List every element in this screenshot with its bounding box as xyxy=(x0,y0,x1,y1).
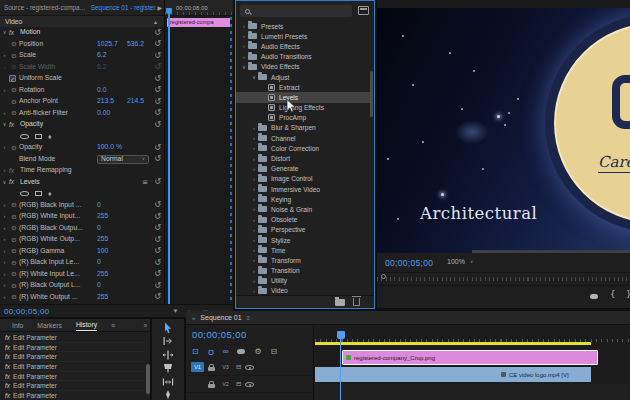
twirl-icon[interactable]: ∨ xyxy=(240,64,248,70)
effects-tree-item[interactable]: › Channel xyxy=(236,133,370,143)
linked-selection-icon[interactable]: ∞ xyxy=(223,348,229,356)
effect-controls-mini-timeline[interactable]: 00;00;08;00 registered-compa xyxy=(164,0,233,304)
timeline-track-header[interactable]: V2 ⊟ xyxy=(186,376,313,393)
effects-tree-item[interactable]: ProcAmp xyxy=(236,113,370,123)
effects-tree-item[interactable]: › Immersive Video xyxy=(236,184,370,194)
effects-tree-item[interactable]: Levels xyxy=(236,92,370,102)
history-item[interactable]: fx Edit Parameter xyxy=(0,362,145,372)
mini-timeline-ruler[interactable]: 00;00;08;00 xyxy=(165,0,233,16)
stopwatch-icon[interactable]: ⊙ xyxy=(9,53,19,60)
effects-tree-item[interactable]: › Keying xyxy=(236,194,370,204)
effect-parameter-row[interactable]: ⊙ Position 1025.7∨ 1025.7 536.2 ↺ xyxy=(0,39,164,51)
reset-effect-icon[interactable]: ↺ xyxy=(151,178,164,186)
effect-parameter-row[interactable]: › ⊙ Scale 6.2∨ 6.2 ↺ xyxy=(0,50,164,62)
ellipse-mask-icon[interactable] xyxy=(20,134,29,139)
parameter-value[interactable]: 213.5 xyxy=(97,98,127,105)
twirl-closed-icon[interactable]: › xyxy=(0,168,9,174)
delete-bin-icon[interactable] xyxy=(353,298,360,306)
twirl-icon[interactable]: › xyxy=(0,203,9,209)
effect-parameter-row[interactable]: › ⊙ (RGB) Black Input ... 0 ↺ xyxy=(0,200,164,212)
panel-tab[interactable]: Markers xyxy=(37,319,62,331)
stopwatch-icon[interactable]: ⊙ xyxy=(9,87,19,94)
effect-parameter-row[interactable]: › ⊙ (R) White Output ... 255 ↺ xyxy=(0,292,164,304)
reset-parameter-icon[interactable]: ↺ xyxy=(151,201,164,209)
effects-tree-item[interactable]: › Generate xyxy=(236,164,370,174)
panel-tab[interactable]: Info xyxy=(12,319,23,331)
twirl-icon[interactable]: › xyxy=(250,135,258,141)
time-remapping-header[interactable]: › fx Time Remapping xyxy=(0,165,164,177)
parameter-value[interactable]: 0 xyxy=(97,282,127,289)
effects-tree-item[interactable]: › Presets xyxy=(236,21,370,31)
effect-parameter-row[interactable]: ⊙ Anchor Point 213.5∨ 213.5 214.5 ↺ xyxy=(0,96,164,108)
twirl-icon[interactable]: › xyxy=(250,278,258,284)
twirl-icon[interactable]: › xyxy=(240,43,248,49)
effects-tree-item[interactable]: › Lumetri Presets xyxy=(236,31,370,41)
parameter-value[interactable]: 0 xyxy=(97,202,127,209)
stopwatch-icon[interactable]: ⊙ xyxy=(9,214,19,221)
twirl-icon[interactable]: › xyxy=(250,288,258,294)
history-scrollbar[interactable] xyxy=(146,364,150,394)
timeline-timecode[interactable]: 00;00;05;00 xyxy=(192,329,247,340)
blend-mode-dropdown[interactable]: Normal∨ xyxy=(97,155,149,164)
effect-parameter-row[interactable]: ⊙ ✓ Uniform Scale ∨ ↺ xyxy=(0,73,164,85)
reset-parameter-icon[interactable]: ↺ xyxy=(151,144,164,152)
checkbox-icon[interactable]: ✓ xyxy=(9,75,16,82)
effects-tree-item[interactable]: › Utility xyxy=(236,276,370,286)
twirl-icon[interactable]: › xyxy=(0,237,9,243)
reset-parameter-icon[interactable]: ↺ xyxy=(151,247,164,255)
rect-mask-icon[interactable] xyxy=(35,134,42,139)
twirl-icon[interactable]: › xyxy=(0,249,9,255)
twirl-open-icon[interactable]: ∨ xyxy=(0,122,9,128)
playhead-line[interactable] xyxy=(340,337,342,400)
effect-parameter-row[interactable]: › ⊙ (RGB) White Input... 255 ↺ xyxy=(0,211,164,223)
timeline-clip-video[interactable]: CE video logo.mp4 [V] xyxy=(315,367,591,382)
tab-source-clip[interactable]: Source - registered-compa... ∨ xyxy=(0,0,87,15)
twirl-icon[interactable]: › xyxy=(250,186,258,192)
search-input[interactable] xyxy=(255,8,352,15)
track-output-eye-icon[interactable] xyxy=(245,382,254,387)
reset-parameter-icon[interactable]: ↺ xyxy=(151,213,164,221)
effects-tree-item[interactable]: Lighting Effects xyxy=(236,103,370,113)
twirl-icon[interactable]: › xyxy=(250,237,258,243)
snap-magnet-icon[interactable]: Ω xyxy=(208,348,214,356)
parameter-value[interactable]: 100.0 % xyxy=(97,144,127,151)
reset-parameter-icon[interactable]: ↺ xyxy=(151,224,164,232)
sync-lock-icon[interactable]: ⊟ xyxy=(236,363,241,371)
history-item[interactable]: fx Edit Parameter xyxy=(0,333,145,343)
reset-parameter-icon[interactable]: ↺ xyxy=(151,63,164,71)
reset-parameter-icon[interactable]: ↺ xyxy=(151,109,164,117)
panel-tab[interactable]: History xyxy=(76,319,97,331)
reset-parameter-icon[interactable]: ↺ xyxy=(151,75,164,83)
panel-menu-icon[interactable]: ≡ xyxy=(111,322,115,329)
pen-tool[interactable] xyxy=(161,390,175,400)
twirl-icon[interactable]: › xyxy=(250,156,258,162)
reset-parameter-icon[interactable]: ↺ xyxy=(151,236,164,244)
stopwatch-icon[interactable]: ⊙ xyxy=(9,41,19,48)
stopwatch-icon[interactable]: ⊙ xyxy=(9,202,19,209)
fx-icon[interactable]: fx xyxy=(9,30,20,37)
more-panels-icon[interactable]: » xyxy=(143,322,147,329)
twirl-icon[interactable]: › xyxy=(240,33,248,39)
parameter-value[interactable]: 0.0 xyxy=(97,87,127,94)
effects-tree-item[interactable]: › Transform xyxy=(236,255,370,265)
effects-search-box[interactable] xyxy=(240,5,352,17)
twirl-icon[interactable]: › xyxy=(240,54,248,60)
sequence-tab-label[interactable]: Sequence 01 xyxy=(200,314,241,321)
twirl-icon[interactable]: › xyxy=(250,176,258,182)
stopwatch-icon[interactable]: ⊙ xyxy=(9,283,19,290)
track-select-forward-tool[interactable] xyxy=(161,336,175,347)
keyframe-scrollbar[interactable] xyxy=(230,17,232,304)
sync-lock-icon[interactable]: ⊟ xyxy=(236,380,241,388)
parameter-value[interactable]: 255 xyxy=(97,271,127,278)
parameter-value[interactable]: 0.00 xyxy=(97,110,127,117)
ripple-edit-tool[interactable] xyxy=(161,349,175,360)
zoom-level-dropdown[interactable]: 100% ∨ xyxy=(447,258,473,265)
track-lock-icon[interactable] xyxy=(208,384,215,388)
reset-parameter-icon[interactable]: ↺ xyxy=(151,98,164,106)
stopwatch-icon[interactable]: ⊙ xyxy=(9,260,19,267)
new-custom-bin-icon[interactable] xyxy=(335,299,345,306)
panel-menu-icon[interactable]: ≡ xyxy=(247,315,251,321)
stopwatch-icon[interactable]: ⊙ xyxy=(9,99,19,106)
reset-effect-icon[interactable]: ↺ xyxy=(151,29,164,37)
effect-parameter-row[interactable]: › ⊙ Rotation 0.0∨ 0.0 ↺ xyxy=(0,85,164,97)
